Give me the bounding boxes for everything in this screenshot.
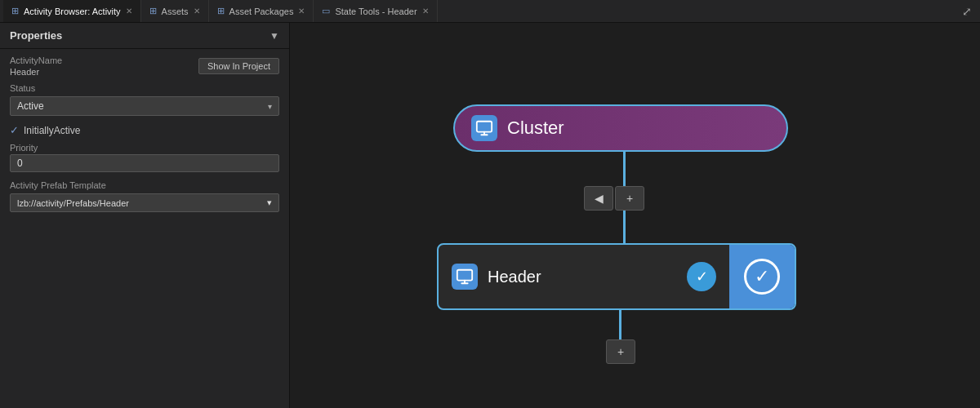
canvas-area: Cluster ◀ + Header: [290, 23, 980, 408]
add-bottom-icon: +: [617, 345, 624, 358]
svg-rect-0: [477, 122, 492, 132]
tab-close-assets[interactable]: ✕: [194, 7, 200, 16]
tab-asset-packages[interactable]: ⊞ Asset Packages ✕: [209, 0, 314, 22]
header-check-button[interactable]: ✓: [687, 262, 716, 291]
tab-icon-assets: ⊞: [149, 6, 157, 16]
collapse-button[interactable]: ◀: [584, 186, 613, 211]
priority-group: Priority: [10, 143, 279, 172]
status-group: Status Active ▾: [10, 83, 279, 116]
tab-label-activity-browser: Activity Browser: Activity: [24, 7, 121, 16]
panel-title: Properties: [10, 29, 62, 42]
panel-collapse-icon[interactable]: ▼: [270, 30, 279, 42]
tab-icon-state-tools: ▭: [322, 6, 330, 16]
activity-name-group: ActivityName Header: [10, 55, 62, 77]
status-dropdown[interactable]: Active ▾: [10, 96, 279, 116]
header-node-side[interactable]: ✓: [729, 245, 795, 308]
add-icon: +: [626, 192, 633, 205]
header-check-icon: ✓: [696, 268, 708, 286]
status-dropdown-arrow: ▾: [268, 102, 272, 111]
panel-header: Properties ▼: [0, 23, 289, 49]
template-dropdown[interactable]: lzb://activity/Prefabs/Header ▾: [10, 193, 279, 212]
priority-input[interactable]: [10, 154, 279, 172]
side-checkmark: ✓: [755, 266, 769, 287]
cluster-label: Cluster: [507, 118, 564, 139]
template-label: Activity Prefab Template: [10, 180, 279, 190]
main-area: Properties ▼ ActivityName Header Show In…: [0, 23, 980, 408]
header-node[interactable]: Header ✓ ✓: [437, 243, 796, 310]
tab-close-activity-browser[interactable]: ✕: [126, 7, 132, 16]
activity-name-row: ActivityName Header Show In Project: [10, 55, 279, 77]
template-group: Activity Prefab Template lzb://activity/…: [10, 180, 279, 212]
template-value: lzb://activity/Prefabs/Header: [17, 198, 129, 208]
tab-close-asset-packages[interactable]: ✕: [298, 7, 305, 16]
title-bar-right: ⤢: [962, 5, 977, 18]
initially-active-row: ✓ InitiallyActive: [10, 124, 279, 136]
priority-label: Priority: [10, 143, 279, 153]
tab-label-asset-packages: Asset Packages: [229, 7, 294, 16]
panel-body: ActivityName Header Show In Project Stat…: [0, 49, 289, 408]
tab-label-assets: Assets: [162, 7, 189, 16]
status-value: Active: [17, 100, 44, 112]
connector-bottom-vertical: [619, 310, 621, 341]
tab-icon-asset-packages: ⊞: [217, 6, 225, 16]
tab-label-state-tools: State Tools - Header: [335, 7, 416, 16]
activity-name-value: Header: [10, 67, 62, 77]
header-monitor-icon: [452, 264, 478, 290]
initially-active-checkmark[interactable]: ✓: [10, 124, 19, 136]
initially-active-label: InitiallyActive: [24, 125, 80, 136]
title-bar: ⊞ Activity Browser: Activity ✕ ⊞ Assets …: [0, 0, 980, 23]
header-node-main: Header ✓: [439, 262, 729, 291]
left-panel: Properties ▼ ActivityName Header Show In…: [0, 23, 290, 408]
tab-activity-browser[interactable]: ⊞ Activity Browser: Activity ✕: [3, 0, 141, 22]
maximize-button[interactable]: ⤢: [962, 5, 972, 18]
tab-assets[interactable]: ⊞ Assets ✕: [141, 0, 209, 22]
activity-name-label: ActivityName: [10, 55, 62, 65]
show-in-project-button[interactable]: Show In Project: [198, 58, 279, 74]
cluster-monitor-icon: [471, 115, 497, 141]
side-check-icon: ✓: [744, 259, 780, 295]
add-sibling-button[interactable]: +: [606, 339, 635, 364]
status-label: Status: [10, 83, 279, 93]
collapse-icon: ◀: [595, 192, 604, 205]
tab-state-tools-header[interactable]: ▭ State Tools - Header ✕: [314, 0, 437, 22]
add-child-button[interactable]: +: [615, 186, 644, 211]
template-dropdown-arrow: ▾: [267, 197, 272, 208]
svg-rect-1: [457, 270, 472, 281]
cluster-node[interactable]: Cluster: [453, 104, 788, 152]
tab-close-state-tools[interactable]: ✕: [422, 7, 429, 16]
header-label: Header: [488, 268, 541, 286]
node-button-group: ◀ +: [584, 186, 644, 211]
tab-icon-activity-browser: ⊞: [11, 6, 19, 16]
